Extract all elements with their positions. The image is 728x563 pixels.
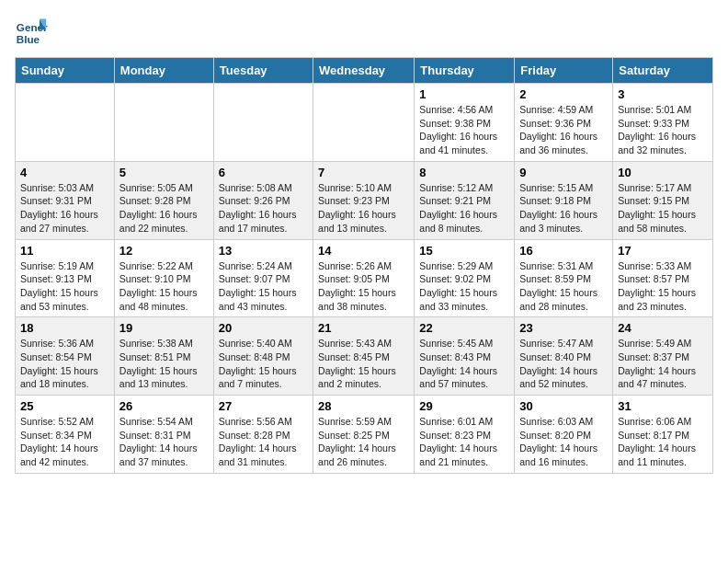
calendar-cell: [16, 84, 115, 162]
page-header: General Blue: [15, 15, 713, 48]
day-info: Sunrise: 5:40 AM Sunset: 8:48 PM Dayligh…: [219, 337, 308, 391]
day-info: Sunrise: 5:05 AM Sunset: 9:28 PM Dayligh…: [119, 181, 209, 236]
calendar-week-3: 11Sunrise: 5:19 AM Sunset: 9:13 PM Dayli…: [16, 239, 713, 317]
svg-text:Blue: Blue: [17, 33, 40, 45]
day-info: Sunrise: 5:10 AM Sunset: 9:23 PM Dayligh…: [318, 181, 409, 236]
day-number: 2: [519, 87, 608, 101]
day-number: 27: [219, 399, 308, 413]
calendar-cell: 27Sunrise: 5:56 AM Sunset: 8:28 PM Dayli…: [213, 396, 313, 474]
day-number: 25: [20, 399, 109, 413]
weekday-header-thursday: Thursday: [415, 58, 515, 84]
day-info: Sunrise: 5:36 AM Sunset: 8:54 PM Dayligh…: [20, 337, 109, 391]
day-info: Sunrise: 5:59 AM Sunset: 8:25 PM Dayligh…: [318, 415, 409, 469]
calendar-cell: 3Sunrise: 5:01 AM Sunset: 9:33 PM Daylig…: [613, 84, 713, 162]
day-number: 4: [20, 166, 109, 179]
day-info: Sunrise: 5:33 AM Sunset: 8:57 PM Dayligh…: [618, 259, 708, 314]
day-info: Sunrise: 5:29 AM Sunset: 9:02 PM Dayligh…: [419, 259, 509, 314]
day-number: 16: [519, 244, 608, 258]
calendar-cell: 18Sunrise: 5:36 AM Sunset: 8:54 PM Dayli…: [16, 317, 115, 396]
calendar-week-2: 4Sunrise: 5:03 AM Sunset: 9:31 PM Daylig…: [16, 161, 713, 239]
day-info: Sunrise: 5:38 AM Sunset: 8:51 PM Dayligh…: [119, 337, 209, 391]
day-info: Sunrise: 4:59 AM Sunset: 9:36 PM Dayligh…: [519, 103, 608, 157]
day-number: 30: [519, 399, 608, 413]
weekday-header-monday: Monday: [114, 58, 213, 84]
calendar-cell: [313, 84, 415, 162]
day-info: Sunrise: 5:22 AM Sunset: 9:10 PM Dayligh…: [119, 259, 209, 314]
day-info: Sunrise: 5:56 AM Sunset: 8:28 PM Dayligh…: [219, 415, 308, 469]
calendar-cell: 31Sunrise: 6:06 AM Sunset: 8:17 PM Dayli…: [613, 396, 713, 474]
day-info: Sunrise: 5:03 AM Sunset: 9:31 PM Dayligh…: [20, 181, 109, 236]
day-number: 9: [519, 166, 608, 179]
day-number: 11: [20, 244, 109, 258]
day-number: 22: [419, 321, 509, 335]
calendar-cell: 24Sunrise: 5:49 AM Sunset: 8:37 PM Dayli…: [613, 317, 713, 396]
calendar-week-1: 1Sunrise: 4:56 AM Sunset: 9:38 PM Daylig…: [16, 84, 713, 162]
day-number: 14: [318, 244, 409, 258]
day-info: Sunrise: 5:54 AM Sunset: 8:31 PM Dayligh…: [119, 415, 209, 469]
calendar-cell: 16Sunrise: 5:31 AM Sunset: 8:59 PM Dayli…: [515, 239, 613, 317]
calendar-cell: 14Sunrise: 5:26 AM Sunset: 9:05 PM Dayli…: [313, 239, 415, 317]
calendar-cell: 23Sunrise: 5:47 AM Sunset: 8:40 PM Dayli…: [515, 317, 613, 396]
calendar-cell: 13Sunrise: 5:24 AM Sunset: 9:07 PM Dayli…: [213, 239, 313, 317]
calendar-cell: 29Sunrise: 6:01 AM Sunset: 8:23 PM Dayli…: [415, 396, 515, 474]
calendar-cell: 25Sunrise: 5:52 AM Sunset: 8:34 PM Dayli…: [16, 396, 115, 474]
calendar-cell: 7Sunrise: 5:10 AM Sunset: 9:23 PM Daylig…: [313, 161, 415, 239]
day-info: Sunrise: 4:56 AM Sunset: 9:38 PM Dayligh…: [419, 103, 509, 157]
day-number: 12: [119, 244, 209, 258]
calendar-cell: 21Sunrise: 5:43 AM Sunset: 8:45 PM Dayli…: [313, 317, 415, 396]
calendar-week-5: 25Sunrise: 5:52 AM Sunset: 8:34 PM Dayli…: [16, 396, 713, 474]
day-number: 13: [219, 244, 308, 258]
day-info: Sunrise: 5:43 AM Sunset: 8:45 PM Dayligh…: [318, 337, 409, 391]
calendar-cell: 2Sunrise: 4:59 AM Sunset: 9:36 PM Daylig…: [515, 84, 613, 162]
day-info: Sunrise: 5:31 AM Sunset: 8:59 PM Dayligh…: [519, 259, 608, 314]
day-number: 29: [419, 399, 509, 413]
day-info: Sunrise: 5:17 AM Sunset: 9:15 PM Dayligh…: [618, 181, 708, 236]
day-number: 6: [219, 166, 308, 179]
day-number: 19: [119, 321, 209, 335]
calendar-header: SundayMondayTuesdayWednesdayThursdayFrid…: [16, 58, 713, 84]
day-number: 20: [219, 321, 308, 335]
calendar-body: 1Sunrise: 4:56 AM Sunset: 9:38 PM Daylig…: [16, 84, 713, 474]
calendar-cell: 19Sunrise: 5:38 AM Sunset: 8:51 PM Dayli…: [114, 317, 213, 396]
day-info: Sunrise: 5:47 AM Sunset: 8:40 PM Dayligh…: [519, 337, 608, 391]
calendar-cell: 28Sunrise: 5:59 AM Sunset: 8:25 PM Dayli…: [313, 396, 415, 474]
calendar-cell: 10Sunrise: 5:17 AM Sunset: 9:15 PM Dayli…: [613, 161, 713, 239]
weekday-header-saturday: Saturday: [613, 58, 713, 84]
day-number: 18: [20, 321, 109, 335]
weekday-header-friday: Friday: [515, 58, 613, 84]
calendar-cell: 17Sunrise: 5:33 AM Sunset: 8:57 PM Dayli…: [613, 239, 713, 317]
calendar-cell: 12Sunrise: 5:22 AM Sunset: 9:10 PM Dayli…: [114, 239, 213, 317]
day-number: 17: [618, 244, 708, 258]
day-number: 5: [119, 166, 209, 179]
calendar-cell: 22Sunrise: 5:45 AM Sunset: 8:43 PM Dayli…: [415, 317, 515, 396]
calendar-cell: [213, 84, 313, 162]
day-number: 8: [419, 166, 509, 179]
calendar-cell: 6Sunrise: 5:08 AM Sunset: 9:26 PM Daylig…: [213, 161, 313, 239]
calendar-cell: 4Sunrise: 5:03 AM Sunset: 9:31 PM Daylig…: [16, 161, 115, 239]
logo: General Blue: [15, 15, 51, 48]
day-number: 24: [618, 321, 708, 335]
calendar-cell: 5Sunrise: 5:05 AM Sunset: 9:28 PM Daylig…: [114, 161, 213, 239]
day-info: Sunrise: 6:06 AM Sunset: 8:17 PM Dayligh…: [618, 415, 708, 469]
day-number: 1: [419, 87, 509, 101]
calendar-cell: 15Sunrise: 5:29 AM Sunset: 9:02 PM Dayli…: [415, 239, 515, 317]
weekday-header-wednesday: Wednesday: [313, 58, 415, 84]
day-info: Sunrise: 5:45 AM Sunset: 8:43 PM Dayligh…: [419, 337, 509, 391]
weekday-header-row: SundayMondayTuesdayWednesdayThursdayFrid…: [16, 58, 713, 84]
calendar-cell: 30Sunrise: 6:03 AM Sunset: 8:20 PM Dayli…: [515, 396, 613, 474]
logo-icon: General Blue: [15, 15, 48, 48]
calendar-cell: 9Sunrise: 5:15 AM Sunset: 9:18 PM Daylig…: [515, 161, 613, 239]
weekday-header-tuesday: Tuesday: [213, 58, 313, 84]
day-number: 26: [119, 399, 209, 413]
day-number: 3: [618, 87, 708, 101]
calendar-cell: 8Sunrise: 5:12 AM Sunset: 9:21 PM Daylig…: [415, 161, 515, 239]
day-number: 15: [419, 244, 509, 258]
day-number: 23: [519, 321, 608, 335]
day-number: 21: [318, 321, 409, 335]
day-info: Sunrise: 5:15 AM Sunset: 9:18 PM Dayligh…: [519, 181, 608, 236]
day-info: Sunrise: 5:52 AM Sunset: 8:34 PM Dayligh…: [20, 415, 109, 469]
day-number: 7: [318, 166, 409, 179]
calendar-cell: [114, 84, 213, 162]
day-info: Sunrise: 5:24 AM Sunset: 9:07 PM Dayligh…: [219, 259, 308, 314]
day-info: Sunrise: 5:19 AM Sunset: 9:13 PM Dayligh…: [20, 259, 109, 314]
